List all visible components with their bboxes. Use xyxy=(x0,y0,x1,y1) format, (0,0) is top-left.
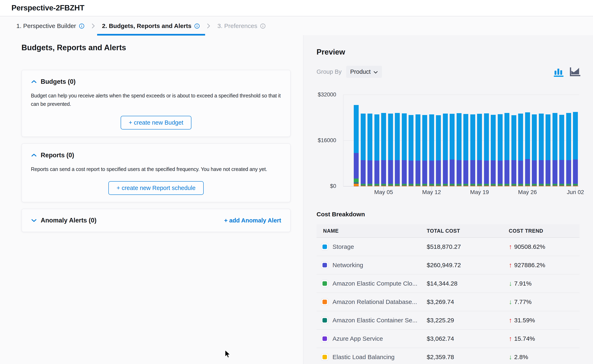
bar-segment xyxy=(463,186,468,186)
tab-budgets-reports-alerts[interactable]: 2. Budgets, Reports and Alerts xyxy=(102,16,200,36)
tab-label: 2. Budgets, Reports and Alerts xyxy=(102,22,191,29)
column-header-total-cost: TOTAL COST xyxy=(427,228,460,234)
bar-segment xyxy=(409,161,413,184)
bar-segment xyxy=(367,184,372,185)
bar-segment xyxy=(566,186,571,186)
group-by-select[interactable]: Product xyxy=(346,66,382,78)
bar-segment xyxy=(402,186,407,186)
bar-segment xyxy=(415,186,420,186)
area-chart-toggle-icon[interactable] xyxy=(570,67,581,78)
info-icon[interactable] xyxy=(260,23,266,29)
bar-segment xyxy=(546,160,550,184)
bar-segment xyxy=(498,186,503,186)
bar-segment xyxy=(511,115,516,160)
bar-chart-toggle-icon[interactable] xyxy=(553,67,564,78)
series-color-swatch xyxy=(321,280,328,287)
bar-segment xyxy=(518,114,523,161)
bar-segment xyxy=(511,186,516,186)
bar-segment xyxy=(381,186,386,186)
bar-segment xyxy=(402,185,407,185)
series-color-swatch xyxy=(321,317,328,324)
bar-segment xyxy=(415,185,420,185)
bar-segment xyxy=(402,184,407,185)
bar-segment xyxy=(518,186,523,186)
collapse-chevron-up-icon[interactable] xyxy=(31,153,37,157)
bar-segment xyxy=(450,186,454,186)
bar-segment xyxy=(436,160,441,184)
table-row: Storage$518,870.27↑90508.62% xyxy=(317,238,580,256)
bar-segment xyxy=(470,114,475,160)
bar-segment xyxy=(367,185,372,185)
table-row: Amazon Relational Database...$3,269.74↓7… xyxy=(317,293,580,311)
create-report-button[interactable]: + create new Report schedule xyxy=(108,181,204,195)
bar-segment xyxy=(546,186,550,186)
bar-segment xyxy=(559,160,564,184)
bar-segment xyxy=(450,186,454,186)
bar-segment xyxy=(559,186,564,186)
bar-segment xyxy=(566,113,571,160)
bar-segment xyxy=(361,186,366,186)
page-title: Perspective-2FBZHT xyxy=(12,4,84,12)
series-color-swatch xyxy=(321,335,328,342)
bar-segment xyxy=(374,186,379,186)
trend-up-arrow-icon: ↑ xyxy=(509,335,512,343)
bar-segment xyxy=(559,184,564,185)
bar-segment xyxy=(525,159,530,184)
bar-segment xyxy=(518,185,523,185)
bar-segment xyxy=(354,186,359,186)
bar-segment xyxy=(388,186,393,186)
bar-segment xyxy=(484,113,489,160)
bar-segment xyxy=(532,185,537,185)
x-axis-label: May 12 xyxy=(415,189,448,195)
bar-segment xyxy=(525,186,530,186)
bar-segment xyxy=(532,186,537,186)
bar-segment xyxy=(374,185,379,185)
bar-segment xyxy=(457,113,461,160)
row-cost-trend: ↓2.8% xyxy=(509,353,528,361)
bar-segment xyxy=(415,184,420,185)
bar-segment xyxy=(525,186,530,186)
add-anomaly-alert-link[interactable]: + add Anomaly Alert xyxy=(224,217,281,224)
bar-segment xyxy=(546,186,550,186)
table-row: Azure App Service$3,062.74↑15.74% xyxy=(317,330,580,348)
tab-preferences[interactable]: 3. Preferences xyxy=(217,16,266,36)
bar-segment xyxy=(361,185,366,185)
tab-perspective-builder[interactable]: 1. Perspective Builder xyxy=(16,16,84,36)
bar-segment xyxy=(457,160,461,184)
bar-segment xyxy=(470,186,475,186)
bar-segment xyxy=(498,184,503,185)
bar-segment xyxy=(450,114,454,160)
trend-up-arrow-icon: ↑ xyxy=(509,261,512,269)
bar-segment xyxy=(457,186,461,186)
bar-segment xyxy=(374,161,379,184)
bar-segment xyxy=(443,185,448,185)
bar-segment xyxy=(470,184,475,185)
budgets-card: Budgets (0) Budget can help you receive … xyxy=(21,70,291,137)
info-icon[interactable] xyxy=(194,23,200,29)
bar-segment xyxy=(429,185,434,185)
row-total-cost: $3,225.29 xyxy=(427,317,454,324)
bar-segment xyxy=(505,186,509,186)
bar-segment xyxy=(559,186,564,186)
info-icon[interactable] xyxy=(79,23,84,29)
collapse-chevron-down-icon[interactable] xyxy=(31,218,37,223)
bar-segment xyxy=(450,186,454,186)
bar-segment xyxy=(429,114,434,161)
create-budget-button[interactable]: + create new Budget xyxy=(121,116,192,130)
bar-segment xyxy=(470,186,475,186)
bar-segment xyxy=(415,114,420,160)
bar-segment xyxy=(409,186,413,186)
bar-segment xyxy=(546,114,550,160)
mouse-cursor-icon xyxy=(224,350,232,359)
chart-plot[interactable]: $32000$16000$0May 05May 12May 19May 26Ju… xyxy=(303,86,593,208)
budgets-title: Budgets (0) xyxy=(41,78,76,85)
bar-segment xyxy=(511,160,516,184)
bar-segment xyxy=(505,160,509,184)
x-axis-label: May 05 xyxy=(367,189,400,195)
bar-segment xyxy=(498,185,503,185)
bar-segment xyxy=(553,186,557,186)
collapse-chevron-up-icon[interactable] xyxy=(31,79,37,84)
bar-segment xyxy=(361,186,366,186)
bar-segment xyxy=(525,184,530,185)
bar-segment xyxy=(402,160,407,184)
